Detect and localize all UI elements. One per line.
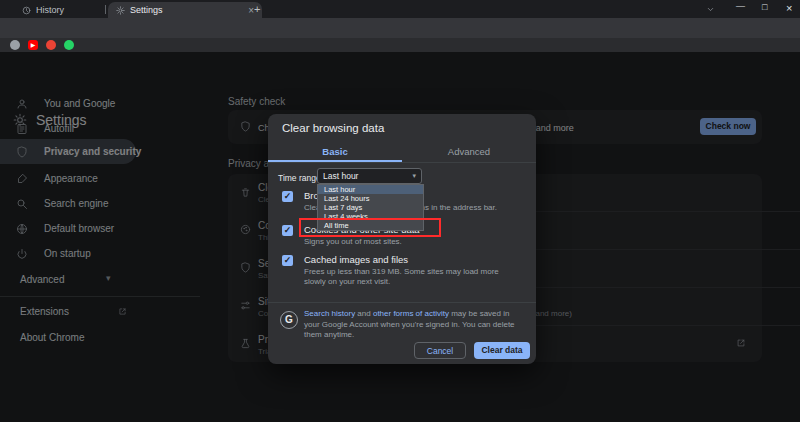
dialog-title: Clear browsing data	[282, 122, 384, 134]
active-tab-underline	[268, 160, 402, 162]
option-last-hour[interactable]: Last hour	[318, 185, 423, 194]
browser-window: History Settings × + — □ × ← → Chrome | …	[0, 0, 800, 422]
clear-browsing-data-dialog: Clear browsing data Basic Advanced Time …	[268, 114, 536, 364]
tab-basic[interactable]: Basic	[268, 141, 402, 162]
tab-advanced[interactable]: Advanced	[402, 141, 536, 162]
browser-toolbar: ← → Chrome | chrome://settings/clearBrow…	[0, 18, 800, 38]
window-minimize-button[interactable]: —	[736, 1, 745, 11]
select-caret-icon: ▾	[412, 172, 416, 180]
time-range-value: Last hour	[323, 171, 358, 181]
tab-divider	[105, 5, 106, 14]
bookmark-favicon-red[interactable]	[46, 40, 56, 50]
checkbox-browsing-history[interactable]: ✓	[282, 191, 293, 202]
search-history-link[interactable]: Search history	[304, 309, 355, 318]
checkbox-subtitle: Frees up less than 319 MB. Some sites ma…	[304, 267, 504, 287]
google-notice-text: Search history and other forms of activi…	[304, 309, 518, 341]
google-logo-icon: G	[280, 311, 298, 329]
tab-settings[interactable]: Settings ×	[108, 2, 262, 18]
bookmarks-bar: ▶	[0, 38, 800, 52]
dialog-tabs: Basic Advanced	[268, 141, 536, 163]
tab-settings-label: Settings	[130, 5, 163, 15]
tab-search-icon[interactable]	[706, 5, 715, 14]
checkbox-title: Cached images and files	[304, 254, 408, 265]
dialog-divider	[268, 302, 536, 303]
window-maximize-button[interactable]: □	[762, 2, 767, 12]
window-close-button[interactable]: ×	[786, 2, 792, 14]
clear-data-button[interactable]: Clear data	[474, 342, 530, 359]
new-tab-button[interactable]: +	[254, 3, 260, 15]
bookmark-favicon-green[interactable]	[64, 40, 74, 50]
tab-history[interactable]: History	[14, 2, 118, 18]
time-range-select[interactable]: Last hour ▾	[317, 168, 422, 184]
other-activity-link[interactable]: other forms of activity	[373, 309, 449, 318]
option-last-7-days[interactable]: Last 7 days	[318, 203, 423, 212]
bookmark-favicon-globe[interactable]	[10, 40, 20, 50]
checkbox-cached-images[interactable]: ✓	[282, 255, 293, 266]
option-last-24-hours[interactable]: Last 24 hours	[318, 194, 423, 203]
checkbox-cookies[interactable]: ✓	[282, 225, 293, 236]
settings-gear-favicon-icon	[116, 6, 125, 15]
annotation-highlight-box	[299, 218, 441, 237]
bookmark-favicon-youtube[interactable]: ▶	[28, 40, 38, 50]
time-range-label: Time range	[278, 173, 321, 183]
cancel-button[interactable]: Cancel	[414, 342, 466, 359]
notice-text: and	[355, 309, 373, 318]
checkbox-subtitle: Signs you out of most sites.	[304, 237, 514, 247]
tab-strip: History Settings × + — □ ×	[0, 0, 800, 18]
history-favicon-icon	[22, 6, 31, 15]
tab-history-label: History	[36, 5, 64, 15]
